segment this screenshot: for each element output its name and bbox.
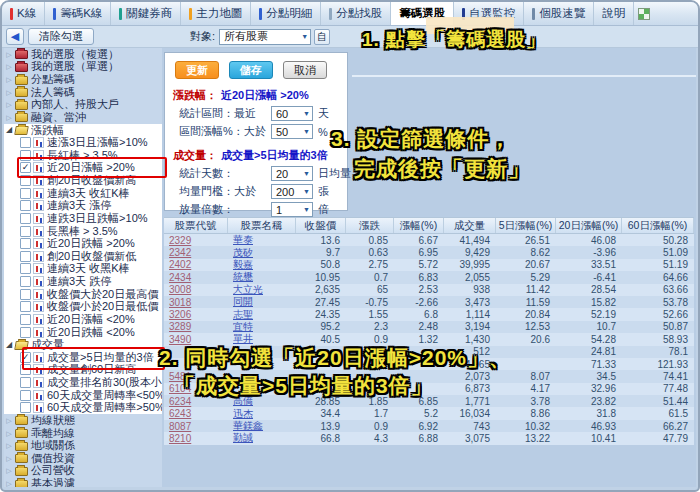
collapsed-arrow-icon[interactable]: ▷ <box>4 76 14 83</box>
sidebar-folder-item[interactable]: ▷內部人、持股大戶 <box>4 99 162 112</box>
stock-code-link[interactable]: 3289 <box>169 321 191 332</box>
column-header[interactable]: 20日漲幅(%) <box>556 218 622 233</box>
stock-code-link[interactable]: 2342 <box>169 247 191 258</box>
item-checkbox[interactable] <box>20 188 31 199</box>
expanded-arrow-icon[interactable]: ◢ <box>4 126 14 134</box>
sidebar-folder-item[interactable]: ▷地域關係 <box>4 439 162 452</box>
sidebar-check-item[interactable]: 60天成交量周轉率<50% <box>4 389 162 402</box>
collapsed-arrow-icon[interactable]: ▷ <box>4 63 14 70</box>
save-button[interactable]: 儲存 <box>229 61 273 79</box>
sidebar-folder-item[interactable]: ▷我的選股（複選） <box>4 48 162 61</box>
app-grid-icon[interactable] <box>638 8 650 20</box>
stock-name-link[interactable]: 毅嘉 <box>233 259 253 270</box>
menu-tab[interactable]: 籌碼K線 <box>45 2 111 25</box>
collapsed-arrow-icon[interactable]: ▷ <box>4 455 14 462</box>
multiple-dropdown[interactable]: 1▼ <box>271 202 313 217</box>
stock-name-link[interactable]: 志聖 <box>233 309 253 320</box>
item-checkbox[interactable] <box>20 289 31 300</box>
sidebar-folder-item[interactable]: ◢漲跌幅 <box>4 124 162 137</box>
menu-tab[interactable]: 主力地圖 <box>181 2 251 25</box>
stock-name-link[interactable]: 華鎂鑫 <box>233 420 263 431</box>
menu-tab[interactable]: K線 <box>2 2 45 25</box>
back-arrow-button[interactable]: ◀ <box>6 28 24 45</box>
item-checkbox[interactable] <box>20 314 31 325</box>
menu-tab[interactable]: 分點明細 <box>251 2 321 25</box>
collapsed-arrow-icon[interactable]: ▷ <box>4 442 14 449</box>
item-checkbox[interactable] <box>20 377 31 388</box>
sidebar-folder-item[interactable]: ▷分點籌碼 <box>4 73 162 86</box>
item-checkbox[interactable] <box>20 200 31 211</box>
column-header[interactable]: 股票名稱 <box>228 218 296 233</box>
collapsed-arrow-icon[interactable]: ▷ <box>4 417 14 424</box>
collapsed-arrow-icon[interactable]: ▷ <box>4 430 14 437</box>
collapsed-arrow-icon[interactable]: ▷ <box>4 114 14 121</box>
collapsed-arrow-icon[interactable]: ▷ <box>4 89 14 96</box>
item-checkbox[interactable] <box>20 390 31 401</box>
column-header[interactable]: 60日漲幅(%) <box>622 218 694 233</box>
stock-name-link[interactable]: 華泰 <box>233 234 253 245</box>
clear-selection-button[interactable]: 清除勾選 <box>28 28 94 45</box>
item-checkbox[interactable] <box>20 402 31 413</box>
stock-code-link[interactable]: 3008 <box>169 284 191 295</box>
sidebar-check-item[interactable]: 成交量排名前30(股本小於... <box>4 376 162 389</box>
sidebar-check-item[interactable]: 連跌3日且跌幅>10% <box>4 212 162 225</box>
stock-code-link[interactable]: 8087 <box>169 421 191 432</box>
item-checkbox[interactable] <box>20 238 31 249</box>
stock-code-link[interactable]: 2329 <box>169 235 191 246</box>
column-header[interactable]: 5日漲幅(%) <box>496 218 556 233</box>
expanded-arrow-icon[interactable]: ◢ <box>4 341 14 349</box>
sidebar-check-item[interactable]: 近20日跌幅 <20% <box>4 326 162 339</box>
stock-name-link[interactable]: 單井 <box>233 333 253 344</box>
column-header[interactable]: 收盤價 <box>296 218 346 233</box>
stock-code-link[interactable]: 2402 <box>169 259 191 270</box>
volume-threshold-dropdown[interactable]: 200▼ <box>271 184 313 199</box>
collapsed-arrow-icon[interactable]: ▷ <box>4 101 14 108</box>
stock-name-link[interactable]: 宜特 <box>233 321 253 332</box>
item-checkbox[interactable] <box>20 276 31 287</box>
sidebar-folder-item[interactable]: ▷乖離均線 <box>4 427 162 440</box>
sidebar-check-item[interactable]: 連續3天 收黑K棒 <box>4 263 162 276</box>
stock-code-link[interactable]: 8210 <box>169 433 191 444</box>
sidebar-check-item[interactable]: 連續3天 漲停 <box>4 200 162 213</box>
stock-code-link[interactable]: 6243 <box>169 408 191 419</box>
item-checkbox[interactable] <box>20 226 31 237</box>
menu-tab[interactable]: 分點找股 <box>321 2 391 25</box>
item-checkbox[interactable] <box>20 251 31 262</box>
stock-name-link[interactable]: 茂矽 <box>233 247 253 258</box>
menu-tab[interactable]: 說明 <box>594 2 634 25</box>
collapsed-arrow-icon[interactable]: ▷ <box>4 480 14 487</box>
sidebar-check-item[interactable]: 收盤價大於20日最高價 <box>4 288 162 301</box>
sidebar-folder-item[interactable]: ▷均線狀態 <box>4 414 162 427</box>
sidebar-check-item[interactable]: 近20日跌幅 >20% <box>4 237 162 250</box>
cancel-button[interactable]: 取消 <box>283 61 327 79</box>
target-dropdown[interactable]: 所有股票 ▼ <box>219 29 311 45</box>
column-header[interactable]: 漲跌 <box>346 218 394 233</box>
column-header[interactable]: 成交量 <box>444 218 496 233</box>
item-checkbox[interactable] <box>20 301 31 312</box>
sidebar-check-item[interactable]: 收盤價小於20日最低價 <box>4 301 162 314</box>
range-gain-dropdown[interactable]: 50▼ <box>271 124 313 139</box>
stock-code-link[interactable]: 2434 <box>169 272 191 283</box>
sidebar-folder-item[interactable]: ▷法人籌碼 <box>4 86 162 99</box>
sidebar-folder-item[interactable]: ▷融資、當沖 <box>4 111 162 124</box>
sidebar-check-item[interactable]: 連續3天 收紅K棒 <box>4 187 162 200</box>
item-checkbox[interactable] <box>20 213 31 224</box>
update-button[interactable]: 更新 <box>175 61 219 79</box>
item-checkbox[interactable] <box>20 327 31 338</box>
sidebar-folder-item[interactable]: ▷基本過濾 <box>4 477 162 487</box>
menu-tab[interactable]: 關鍵券商 <box>111 2 181 25</box>
menu-tab[interactable]: 個股速覽 <box>524 2 594 25</box>
column-header[interactable]: 股票代號 <box>164 218 228 233</box>
stat-days-dropdown[interactable]: 60▼ <box>271 106 313 121</box>
sidebar-check-item[interactable]: 長黑棒 > 3.5% <box>4 225 162 238</box>
stock-name-link[interactable]: 勤誠 <box>233 432 253 443</box>
item-checkbox[interactable] <box>20 137 31 148</box>
stock-code-link[interactable]: 3018 <box>169 297 191 308</box>
stock-name-link[interactable]: 統懋 <box>233 271 253 282</box>
stock-name-link[interactable]: 同開 <box>233 296 253 307</box>
sidebar-check-item[interactable]: 速漲3日且漲幅>10% <box>4 136 162 149</box>
item-checkbox[interactable] <box>20 263 31 274</box>
collapsed-arrow-icon[interactable]: ▷ <box>4 51 14 58</box>
stock-name-link[interactable]: 大立光 <box>233 284 263 295</box>
sidebar-folder-item[interactable]: ▷公司營收 <box>4 465 162 478</box>
